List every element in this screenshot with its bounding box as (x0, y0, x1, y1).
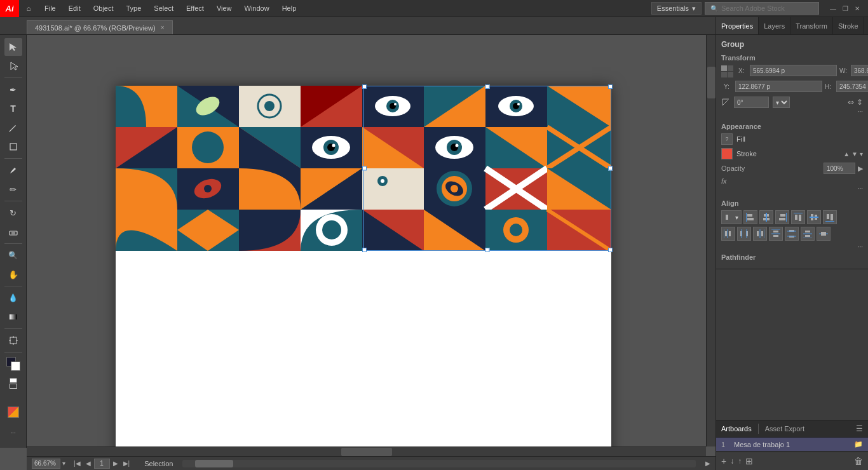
add-artboard-icon[interactable]: + (721, 456, 726, 466)
swatches-icon[interactable] (4, 403, 22, 421)
angle-dropdown[interactable]: ▾ (773, 97, 790, 108)
menu-file[interactable]: File (38, 0, 62, 17)
home-button[interactable]: ⌂ (19, 0, 38, 17)
zoom-dropdown-arrow[interactable]: ▾ (62, 460, 65, 467)
distribute-bottom-button[interactable] (801, 227, 815, 241)
align-center-h-button[interactable] (759, 210, 773, 224)
asset-export-tab[interactable]: Asset Export (765, 425, 804, 433)
horizontal-scroll-track[interactable] (182, 460, 696, 467)
maximize-button[interactable]: ❐ (841, 4, 850, 13)
artboards-tab[interactable]: Artboards (721, 425, 752, 433)
prev-page-button[interactable]: ◀ (84, 459, 93, 467)
color-mode-btn[interactable] (4, 374, 22, 392)
tab-layers[interactable]: Layers (759, 17, 790, 34)
tool-separator-4 (4, 243, 22, 244)
search-stock-box[interactable]: 🔍 (705, 2, 819, 15)
search-stock-input[interactable] (721, 4, 810, 12)
hand-tool[interactable]: ✋ (4, 265, 22, 283)
stroke-down-arrow[interactable]: ▼ (851, 151, 858, 158)
artboard-settings-icon[interactable]: ⊞ (745, 456, 753, 466)
y-field-row: Y: (724, 81, 822, 92)
align-top-button[interactable] (791, 210, 805, 224)
align-bottom-button[interactable] (823, 210, 837, 224)
direct-selection-tool[interactable] (4, 57, 22, 75)
close-button[interactable]: ✕ (853, 4, 862, 13)
fill-color-box[interactable] (4, 355, 22, 373)
zoom-tool[interactable]: 🔍 (4, 246, 22, 264)
x-input[interactable] (750, 65, 837, 76)
angle-input[interactable] (734, 97, 769, 108)
align-left-button[interactable] (743, 210, 757, 224)
appearance-more-options[interactable]: ··· (721, 185, 863, 192)
vertical-scrollbar[interactable] (706, 35, 715, 446)
menu-window[interactable]: Window (238, 0, 276, 17)
scroll-right-arrow[interactable]: ▶ (705, 460, 710, 467)
transform-more-options[interactable]: ··· (721, 108, 863, 115)
move-down-artboard-icon[interactable]: ↓ (730, 457, 734, 466)
menu-select[interactable]: Select (147, 0, 180, 17)
opacity-arrow[interactable]: ▶ (858, 164, 863, 173)
tab-stroke[interactable]: Stroke (833, 17, 864, 34)
flip-vertical-icon[interactable]: ⇕ (857, 98, 863, 107)
tab-close-button[interactable]: × (161, 24, 165, 31)
horizontal-scrollbar[interactable] (27, 446, 706, 456)
h-input[interactable] (836, 81, 868, 92)
distribute-space-button[interactable] (817, 227, 831, 241)
eraser-tool[interactable] (4, 223, 22, 241)
tab-properties[interactable]: Properties (716, 17, 759, 34)
menu-help[interactable]: Help (276, 0, 303, 17)
align-right-button[interactable] (775, 210, 789, 224)
fx-button[interactable]: fx (721, 177, 727, 185)
opacity-input[interactable] (824, 163, 855, 174)
artboards-collapse-button[interactable]: ☰ (856, 424, 863, 433)
more-tools-btn[interactable]: ··· (4, 424, 22, 441)
artboard-folder-icon[interactable]: 📁 (854, 440, 863, 448)
menu-type[interactable]: Type (120, 0, 148, 17)
align-more-options[interactable]: ··· (721, 243, 863, 250)
move-up-artboard-icon[interactable]: ↑ (738, 457, 742, 466)
line-tool[interactable]: | (1, 115, 26, 140)
menu-edit[interactable]: Edit (62, 0, 87, 17)
stroke-color-swatch[interactable] (721, 148, 733, 159)
selection-tool[interactable] (4, 38, 22, 56)
rotate-tool[interactable]: ↻ (4, 204, 22, 222)
tab-swatches[interactable]: Swatches (864, 17, 868, 34)
distribute-top-button[interactable] (769, 227, 783, 241)
shape-tool[interactable] (4, 138, 22, 156)
group-label: Group (721, 40, 863, 49)
first-page-button[interactable]: |◀ (72, 459, 83, 467)
delete-artboard-icon[interactable]: 🗑 (854, 456, 863, 466)
canvas-area[interactable] (27, 35, 715, 456)
menu-effect[interactable]: Effect (180, 0, 210, 17)
stroke-dropdown-arrow[interactable]: ▾ (860, 151, 863, 158)
stroke-up-arrow[interactable]: ▲ (843, 151, 850, 158)
flip-horizontal-icon[interactable]: ⇔ (848, 98, 854, 107)
align-middle-v-button[interactable] (807, 210, 821, 224)
artboard-item-1[interactable]: 1 Mesa de trabajo 1 📁 (716, 438, 868, 452)
artboard-tool[interactable] (4, 332, 22, 349)
next-page-button[interactable]: ▶ (111, 459, 120, 467)
page-input[interactable] (94, 459, 110, 469)
tab-transform[interactable]: Transform (790, 17, 833, 34)
distribute-left-button[interactable] (721, 227, 735, 241)
last-page-button[interactable]: ▶| (121, 459, 132, 467)
menu-object[interactable]: Object (87, 0, 120, 17)
minimize-button[interactable]: — (829, 4, 837, 13)
menu-view[interactable]: View (210, 0, 238, 17)
y-input[interactable] (735, 81, 822, 92)
distribute-right-button[interactable] (753, 227, 767, 241)
distribute-center-button[interactable] (737, 227, 751, 241)
align-to-dropdown[interactable]: ▾ (721, 210, 742, 224)
zoom-input[interactable] (32, 459, 60, 469)
w-input[interactable] (851, 65, 868, 76)
file-tab[interactable]: 4931508.ai* @ 66.67% (RGB/Preview) × (27, 20, 173, 34)
workspace-selector[interactable]: Essentials ▾ (651, 2, 702, 15)
app-logo: Ai (0, 0, 19, 17)
paintbrush-tool[interactable] (4, 161, 22, 179)
pen-tool[interactable]: ✒ (4, 81, 22, 98)
distribute-middle-button[interactable] (785, 227, 799, 241)
gradient-tool[interactable] (4, 308, 22, 326)
align-left-icon (746, 213, 755, 222)
pencil-tool[interactable]: ✏ (4, 180, 22, 198)
eyedropper-tool[interactable]: 💧 (4, 289, 22, 307)
